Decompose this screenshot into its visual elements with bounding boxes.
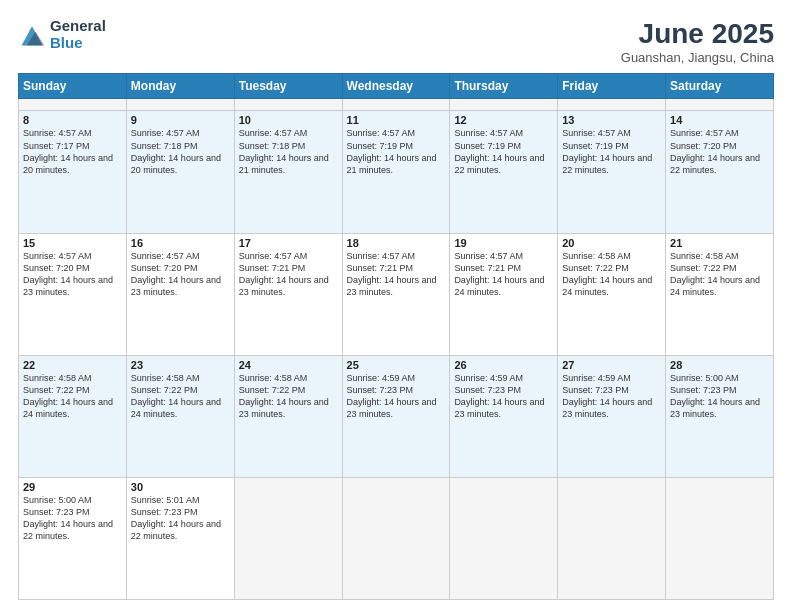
calendar-header-tuesday: Tuesday — [234, 74, 342, 99]
day-number: 24 — [239, 359, 338, 371]
calendar-cell: 14Sunrise: 4:57 AMSunset: 7:20 PMDayligh… — [666, 111, 774, 233]
month-title: June 2025 — [621, 18, 774, 50]
calendar-week-row: 15Sunrise: 4:57 AMSunset: 7:20 PMDayligh… — [19, 233, 774, 355]
calendar-header-row: SundayMondayTuesdayWednesdayThursdayFrid… — [19, 74, 774, 99]
calendar-cell: 25Sunrise: 4:59 AMSunset: 7:23 PMDayligh… — [342, 355, 450, 477]
day-number: 18 — [347, 237, 446, 249]
day-number: 9 — [131, 114, 230, 126]
day-number: 8 — [23, 114, 122, 126]
day-number: 23 — [131, 359, 230, 371]
day-number: 16 — [131, 237, 230, 249]
header: General Blue June 2025 Guanshan, Jiangsu… — [18, 18, 774, 65]
calendar-cell — [666, 99, 774, 111]
calendar-cell: 8Sunrise: 4:57 AMSunset: 7:17 PMDaylight… — [19, 111, 127, 233]
calendar-cell — [450, 477, 558, 599]
calendar-cell: 17Sunrise: 4:57 AMSunset: 7:21 PMDayligh… — [234, 233, 342, 355]
calendar-cell — [450, 99, 558, 111]
calendar-cell: 15Sunrise: 4:57 AMSunset: 7:20 PMDayligh… — [19, 233, 127, 355]
day-number: 29 — [23, 481, 122, 493]
cell-sunrise: Sunrise: 5:00 AMSunset: 7:23 PMDaylight:… — [23, 495, 113, 541]
day-number: 14 — [670, 114, 769, 126]
cell-sunrise: Sunrise: 4:57 AMSunset: 7:17 PMDaylight:… — [23, 128, 113, 174]
cell-sunrise: Sunrise: 5:00 AMSunset: 7:23 PMDaylight:… — [670, 373, 760, 419]
day-number: 15 — [23, 237, 122, 249]
calendar-cell — [234, 477, 342, 599]
calendar-cell — [558, 477, 666, 599]
title-block: June 2025 Guanshan, Jiangsu, China — [621, 18, 774, 65]
cell-sunrise: Sunrise: 5:01 AMSunset: 7:23 PMDaylight:… — [131, 495, 221, 541]
day-number: 11 — [347, 114, 446, 126]
day-number: 20 — [562, 237, 661, 249]
logo-text: General Blue — [50, 18, 106, 51]
cell-sunrise: Sunrise: 4:57 AMSunset: 7:19 PMDaylight:… — [562, 128, 652, 174]
day-number: 10 — [239, 114, 338, 126]
calendar-header-saturday: Saturday — [666, 74, 774, 99]
calendar-week-row: 8Sunrise: 4:57 AMSunset: 7:17 PMDaylight… — [19, 111, 774, 233]
cell-sunrise: Sunrise: 4:58 AMSunset: 7:22 PMDaylight:… — [239, 373, 329, 419]
calendar-cell: 30Sunrise: 5:01 AMSunset: 7:23 PMDayligh… — [126, 477, 234, 599]
day-number: 17 — [239, 237, 338, 249]
calendar-header-wednesday: Wednesday — [342, 74, 450, 99]
calendar-cell: 24Sunrise: 4:58 AMSunset: 7:22 PMDayligh… — [234, 355, 342, 477]
day-number: 25 — [347, 359, 446, 371]
calendar-cell: 19Sunrise: 4:57 AMSunset: 7:21 PMDayligh… — [450, 233, 558, 355]
cell-sunrise: Sunrise: 4:57 AMSunset: 7:20 PMDaylight:… — [23, 251, 113, 297]
calendar-cell — [342, 477, 450, 599]
day-number: 22 — [23, 359, 122, 371]
location: Guanshan, Jiangsu, China — [621, 50, 774, 65]
cell-sunrise: Sunrise: 4:59 AMSunset: 7:23 PMDaylight:… — [347, 373, 437, 419]
cell-sunrise: Sunrise: 4:57 AMSunset: 7:21 PMDaylight:… — [454, 251, 544, 297]
cell-sunrise: Sunrise: 4:58 AMSunset: 7:22 PMDaylight:… — [562, 251, 652, 297]
cell-sunrise: Sunrise: 4:58 AMSunset: 7:22 PMDaylight:… — [670, 251, 760, 297]
calendar-cell: 12Sunrise: 4:57 AMSunset: 7:19 PMDayligh… — [450, 111, 558, 233]
calendar-cell: 22Sunrise: 4:58 AMSunset: 7:22 PMDayligh… — [19, 355, 127, 477]
day-number: 21 — [670, 237, 769, 249]
calendar-cell: 28Sunrise: 5:00 AMSunset: 7:23 PMDayligh… — [666, 355, 774, 477]
calendar-cell — [342, 99, 450, 111]
day-number: 13 — [562, 114, 661, 126]
calendar-week-row: 29Sunrise: 5:00 AMSunset: 7:23 PMDayligh… — [19, 477, 774, 599]
calendar-cell: 10Sunrise: 4:57 AMSunset: 7:18 PMDayligh… — [234, 111, 342, 233]
calendar-cell: 13Sunrise: 4:57 AMSunset: 7:19 PMDayligh… — [558, 111, 666, 233]
day-number: 30 — [131, 481, 230, 493]
cell-sunrise: Sunrise: 4:57 AMSunset: 7:20 PMDaylight:… — [131, 251, 221, 297]
calendar-cell: 16Sunrise: 4:57 AMSunset: 7:20 PMDayligh… — [126, 233, 234, 355]
calendar-cell: 27Sunrise: 4:59 AMSunset: 7:23 PMDayligh… — [558, 355, 666, 477]
calendar-cell — [666, 477, 774, 599]
cell-sunrise: Sunrise: 4:58 AMSunset: 7:22 PMDaylight:… — [23, 373, 113, 419]
calendar-cell — [19, 99, 127, 111]
page: General Blue June 2025 Guanshan, Jiangsu… — [0, 0, 792, 612]
calendar-cell — [234, 99, 342, 111]
calendar-cell: 9Sunrise: 4:57 AMSunset: 7:18 PMDaylight… — [126, 111, 234, 233]
cell-sunrise: Sunrise: 4:57 AMSunset: 7:19 PMDaylight:… — [454, 128, 544, 174]
day-number: 19 — [454, 237, 553, 249]
calendar-week-row — [19, 99, 774, 111]
calendar-header-monday: Monday — [126, 74, 234, 99]
cell-sunrise: Sunrise: 4:57 AMSunset: 7:18 PMDaylight:… — [131, 128, 221, 174]
cell-sunrise: Sunrise: 4:59 AMSunset: 7:23 PMDaylight:… — [454, 373, 544, 419]
logo-general: General — [50, 18, 106, 35]
calendar-cell: 23Sunrise: 4:58 AMSunset: 7:22 PMDayligh… — [126, 355, 234, 477]
calendar-week-row: 22Sunrise: 4:58 AMSunset: 7:22 PMDayligh… — [19, 355, 774, 477]
day-number: 27 — [562, 359, 661, 371]
calendar-cell: 18Sunrise: 4:57 AMSunset: 7:21 PMDayligh… — [342, 233, 450, 355]
cell-sunrise: Sunrise: 4:57 AMSunset: 7:21 PMDaylight:… — [239, 251, 329, 297]
calendar-header-friday: Friday — [558, 74, 666, 99]
day-number: 26 — [454, 359, 553, 371]
logo: General Blue — [18, 18, 106, 51]
cell-sunrise: Sunrise: 4:59 AMSunset: 7:23 PMDaylight:… — [562, 373, 652, 419]
calendar-cell: 21Sunrise: 4:58 AMSunset: 7:22 PMDayligh… — [666, 233, 774, 355]
cell-sunrise: Sunrise: 4:57 AMSunset: 7:18 PMDaylight:… — [239, 128, 329, 174]
calendar-cell — [126, 99, 234, 111]
cell-sunrise: Sunrise: 4:57 AMSunset: 7:20 PMDaylight:… — [670, 128, 760, 174]
calendar-cell: 20Sunrise: 4:58 AMSunset: 7:22 PMDayligh… — [558, 233, 666, 355]
cell-sunrise: Sunrise: 4:57 AMSunset: 7:19 PMDaylight:… — [347, 128, 437, 174]
day-number: 12 — [454, 114, 553, 126]
calendar-cell: 26Sunrise: 4:59 AMSunset: 7:23 PMDayligh… — [450, 355, 558, 477]
cell-sunrise: Sunrise: 4:58 AMSunset: 7:22 PMDaylight:… — [131, 373, 221, 419]
calendar-header-thursday: Thursday — [450, 74, 558, 99]
calendar-cell — [558, 99, 666, 111]
calendar-cell: 29Sunrise: 5:00 AMSunset: 7:23 PMDayligh… — [19, 477, 127, 599]
calendar-header-sunday: Sunday — [19, 74, 127, 99]
calendar-table: SundayMondayTuesdayWednesdayThursdayFrid… — [18, 73, 774, 600]
